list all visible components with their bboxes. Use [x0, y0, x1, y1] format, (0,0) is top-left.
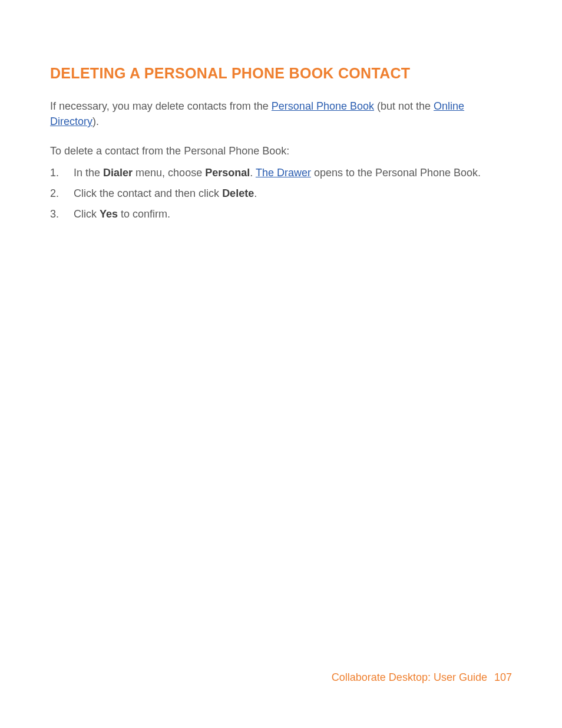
step-text: to confirm.: [118, 208, 170, 220]
page-footer: Collaborate Desktop: User Guide107: [332, 671, 512, 684]
steps-list: In the Dialer menu, choose Personal. The…: [50, 164, 512, 222]
intro-text-post: ).: [92, 116, 99, 127]
step-text: Click: [74, 208, 100, 220]
footer-page-number: 107: [494, 671, 512, 683]
step-text: In the: [74, 167, 103, 179]
intro-text-pre: If necessary, you may delete contacts fr…: [50, 100, 272, 112]
step-text: Click the contact and then click: [74, 187, 222, 199]
step-item: In the Dialer menu, choose Personal. The…: [50, 164, 512, 182]
intro-text-mid: (but not the: [374, 100, 434, 112]
step-bold: Yes: [100, 208, 118, 220]
step-bold: Personal: [205, 167, 250, 179]
step-text: .: [254, 187, 257, 199]
step-text: menu, choose: [133, 167, 205, 179]
intro-paragraph: If necessary, you may delete contacts fr…: [50, 98, 512, 129]
step-bold: Delete: [222, 187, 254, 199]
link-personal-phone-book[interactable]: Personal Phone Book: [272, 100, 374, 112]
step-item: Click Yes to confirm.: [50, 206, 512, 223]
page-heading: DELETING A PERSONAL PHONE BOOK CONTACT: [50, 65, 512, 82]
step-item: Click the contact and then click Delete.: [50, 185, 512, 202]
footer-title: Collaborate Desktop: User Guide: [332, 671, 487, 683]
link-the-drawer[interactable]: The Drawer: [256, 167, 311, 179]
instruction-lead: To delete a contact from the Personal Ph…: [50, 143, 512, 159]
step-text: opens to the Personal Phone Book.: [311, 167, 481, 179]
step-text: .: [250, 167, 256, 179]
step-bold: Dialer: [103, 167, 133, 179]
